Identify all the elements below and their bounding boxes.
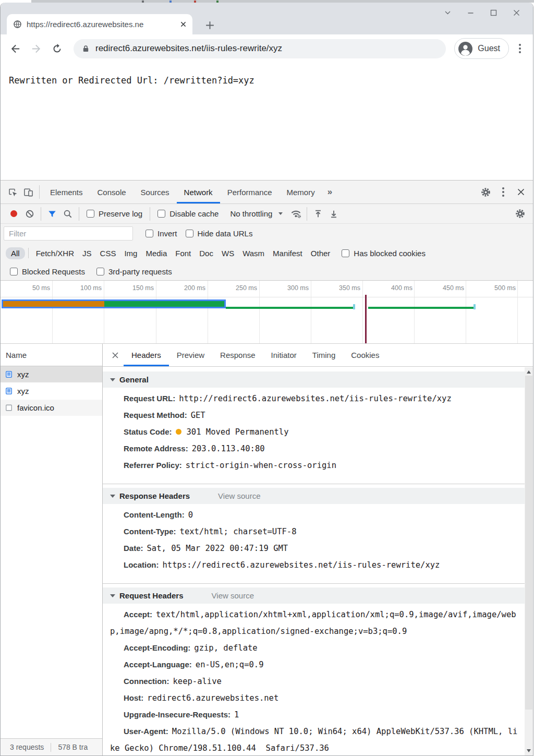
type-filter-img[interactable]: Img [124,249,137,258]
reload-icon[interactable] [48,40,65,57]
scroll-up-icon[interactable] [527,370,531,374]
throttling-dropdown[interactable]: No throttling [230,209,283,218]
time-tick: 50 ms [19,284,50,292]
import-har-icon[interactable] [310,206,326,222]
lock-icon[interactable] [82,44,90,53]
details-scrollbar[interactable] [525,367,533,755]
third-party-requests-checkbox[interactable]: 3rd-party requests [96,267,172,276]
tab-timing[interactable]: Timing [305,344,343,366]
type-filter-media[interactable]: Media [145,249,167,258]
response-headers-section-header[interactable]: Response Headers View source [103,488,525,504]
checkbox-icon[interactable] [10,268,18,275]
blocked-requests-checkbox[interactable]: Blocked Requests [10,267,85,276]
request-row[interactable]: xyz [1,383,102,400]
time-tick: 200 ms [174,284,205,292]
view-source-link[interactable]: View source [212,591,254,600]
divider [28,248,29,258]
invert-checkbox[interactable]: Invert [145,229,177,238]
header-row: Accept-Encoding:gzip, deflate [103,640,521,656]
tab-performance[interactable]: Performance [220,181,280,203]
tab-elements[interactable]: Elements [43,181,90,203]
checkbox-icon[interactable] [87,210,94,218]
tab-initiator[interactable]: Initiator [263,344,305,366]
name-column-header[interactable]: Name [1,344,102,366]
type-filter-other[interactable]: Other [311,249,331,258]
forward-icon[interactable] [28,40,44,57]
devtools-settings-gear-icon[interactable] [478,184,493,200]
header-row: Content-Type:text/html; charset=UTF-8 [103,523,521,540]
checkbox-icon[interactable] [96,268,104,275]
devtools-close-icon[interactable] [513,184,529,200]
headers-panel: General Request URL:http://redirect6.azu… [103,367,525,755]
type-filter-manifest[interactable]: Manifest [273,249,302,258]
view-source-link[interactable]: View source [218,491,260,500]
tab-response[interactable]: Response [212,344,263,366]
type-filter-doc[interactable]: Doc [199,249,213,258]
tab-preview[interactable]: Preview [169,344,212,366]
filter-input[interactable] [4,226,133,241]
type-filter-font[interactable]: Font [175,249,191,258]
checkbox-icon[interactable] [342,249,349,257]
search-icon[interactable] [60,206,76,222]
checkbox-icon[interactable] [186,230,193,237]
general-section-header[interactable]: General [103,371,525,388]
type-filter-css[interactable]: CSS [100,249,116,258]
filter-funnel-icon[interactable] [44,206,60,222]
export-har-icon[interactable] [326,206,342,222]
record-icon[interactable] [10,210,17,217]
network-summary-bar: 3 requests 578 B tra [1,738,102,755]
tab-close-icon[interactable] [180,21,186,27]
window-minimize-icon[interactable] [459,5,482,20]
type-filter-js[interactable]: JS [82,249,92,258]
disable-cache-checkbox[interactable]: Disable cache [157,209,219,218]
request-row[interactable]: xyz [1,366,102,383]
window-chevron-icon[interactable] [436,5,459,20]
inspect-element-icon[interactable] [5,184,20,200]
address-bar[interactable]: redirect6.azurewebsites.net/iis-rules-re… [74,39,446,58]
back-icon[interactable] [7,40,23,57]
waterfall-segment-download [104,301,224,307]
request-row[interactable]: favicon.ico [1,400,102,416]
tab-headers[interactable]: Headers [124,344,169,366]
load-event-line [365,295,367,343]
browser-window: https://redirect6.azurewebsites.ne [0,3,533,756]
type-filter-wasm[interactable]: Wasm [242,249,264,258]
tab-memory[interactable]: Memory [280,181,322,203]
browser-menu-icon[interactable] [513,40,527,57]
request-headers-section-header[interactable]: Request Headers View source [103,587,525,604]
document-icon [5,370,13,378]
checkbox-icon[interactable] [145,230,153,237]
tab-sources[interactable]: Sources [134,181,177,203]
type-filter-fetch-xhr[interactable]: Fetch/XHR [36,249,74,258]
scroll-down-icon[interactable] [527,749,531,752]
network-overview-timeline[interactable]: 50 ms 100 ms 150 ms 200 ms 250 ms 300 ms… [1,281,533,344]
tab-network[interactable]: Network [177,181,220,203]
browser-tab[interactable]: https://redirect6.azurewebsites.ne [7,14,192,34]
scrollbar-thumb[interactable] [525,376,532,710]
window-maximize-icon[interactable] [482,5,505,20]
profile-chip[interactable]: Guest [454,38,509,59]
time-tick: 350 ms [329,284,360,292]
tab-console[interactable]: Console [90,181,134,203]
checkbox-icon[interactable] [157,210,165,218]
time-tick: 250 ms [226,284,257,292]
browser-toolbar: redirect6.azurewebsites.net/iis-rules-re… [1,34,533,63]
devtools-menu-icon[interactable] [495,184,511,200]
clear-icon[interactable] [22,206,38,222]
window-close-icon[interactable] [505,5,528,20]
network-settings-gear-icon[interactable] [512,206,528,222]
close-details-icon[interactable] [107,344,124,366]
type-filter-ws[interactable]: WS [222,249,234,258]
network-toolbar: Preserve log Disable cache No throttling [1,204,533,224]
has-blocked-cookies-checkbox[interactable]: Has blocked cookies [342,249,426,258]
device-toolbar-icon[interactable] [20,184,36,200]
type-filter-all[interactable]: All [6,247,25,259]
header-row: Upgrade-Insecure-Requests:1 [103,706,521,723]
tab-cookies[interactable]: Cookies [343,344,387,366]
more-tabs-icon[interactable]: » [322,187,337,197]
preserve-log-checkbox[interactable]: Preserve log [87,209,142,218]
hide-data-urls-checkbox[interactable]: Hide data URLs [186,229,253,238]
dcl-tick [353,304,355,309]
network-conditions-icon[interactable] [288,206,304,222]
new-tab-button[interactable] [203,18,216,32]
